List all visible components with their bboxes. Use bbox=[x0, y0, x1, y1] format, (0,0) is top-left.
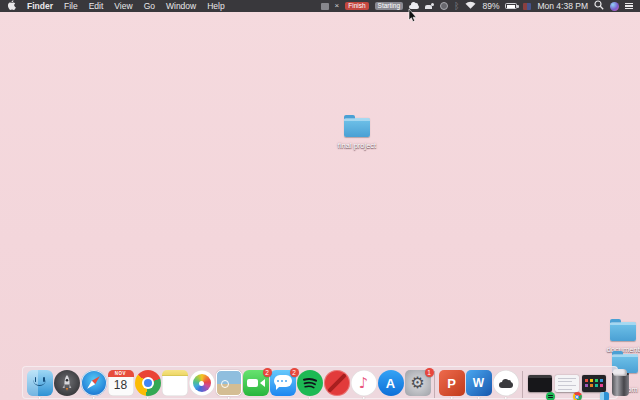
folder-label: final project bbox=[327, 141, 387, 150]
trash-full-icon bbox=[612, 373, 629, 396]
dock-facetime[interactable]: 2 bbox=[243, 369, 269, 399]
siri-icon[interactable] bbox=[610, 2, 619, 11]
facetime-badge: 2 bbox=[263, 368, 272, 377]
running-indicator bbox=[477, 397, 480, 400]
dock-safari[interactable] bbox=[81, 369, 107, 399]
apple-logo-icon bbox=[7, 0, 16, 10]
preview-icon bbox=[216, 370, 242, 396]
dock-minimized-spotify-window[interactable] bbox=[527, 369, 553, 399]
finder-icon bbox=[27, 370, 53, 396]
spotlight-icon[interactable] bbox=[594, 0, 604, 12]
folder-icon bbox=[344, 118, 370, 137]
minimized-window-thumbnail bbox=[528, 375, 552, 392]
dock-launchpad[interactable] bbox=[54, 369, 80, 399]
battery-icon[interactable] bbox=[505, 3, 517, 9]
menu-bar-status: × Finish Starting ᛒ 89% Mon 4:38 PM bbox=[321, 0, 633, 12]
calendar-month: NOV bbox=[108, 370, 134, 377]
dock-calendar[interactable]: NOV 18 bbox=[108, 369, 134, 399]
dock-music[interactable]: ♪ bbox=[351, 369, 377, 399]
minimized-window-thumbnail bbox=[555, 375, 579, 392]
clock[interactable]: Mon 4:38 PM bbox=[537, 1, 588, 11]
menu-edit[interactable]: Edit bbox=[89, 1, 104, 11]
dock-powerpoint[interactable]: P bbox=[439, 369, 465, 399]
bluetooth-icon[interactable]: ᛒ bbox=[454, 2, 459, 11]
menu-finder[interactable]: Finder bbox=[27, 1, 53, 11]
minimized-window-thumbnail bbox=[582, 375, 606, 392]
calendar-day: 18 bbox=[108, 377, 134, 394]
dock-app-store[interactable]: A bbox=[378, 369, 404, 399]
dock-word[interactable]: W bbox=[466, 369, 492, 399]
notification-center-icon[interactable] bbox=[625, 3, 633, 10]
dock-finder[interactable] bbox=[27, 369, 53, 399]
dog-app-icon[interactable] bbox=[425, 3, 434, 9]
messages-badge: 2 bbox=[290, 368, 299, 377]
running-indicator bbox=[92, 397, 95, 400]
running-indicator bbox=[308, 397, 311, 400]
timer-finish-button[interactable]: Finish bbox=[345, 2, 368, 10]
settings-badge: 1 bbox=[425, 368, 434, 377]
notes-icon bbox=[162, 370, 188, 396]
menu-view[interactable]: View bbox=[114, 1, 132, 11]
dock-notes[interactable] bbox=[162, 369, 188, 399]
dock-divider bbox=[522, 371, 523, 398]
dock-blocker[interactable] bbox=[324, 369, 350, 399]
running-indicator bbox=[450, 397, 453, 400]
folder-icon bbox=[610, 322, 636, 341]
menu-window[interactable]: Window bbox=[166, 1, 196, 11]
running-indicator bbox=[362, 397, 365, 400]
menu-file[interactable]: File bbox=[64, 1, 78, 11]
safari-icon bbox=[81, 370, 107, 396]
dock-photos[interactable] bbox=[189, 369, 215, 399]
dock-chrome[interactable] bbox=[135, 369, 161, 399]
running-indicator bbox=[227, 397, 230, 400]
calendar-icon: NOV 18 bbox=[108, 370, 134, 396]
dock-onedrive[interactable] bbox=[493, 369, 519, 399]
menu-help[interactable]: Help bbox=[207, 1, 224, 11]
desktop-folder-documents[interactable]: documents bbox=[610, 322, 636, 341]
music-icon: ♪ bbox=[351, 370, 377, 396]
input-flag-icon[interactable] bbox=[523, 3, 531, 10]
dock-preview[interactable] bbox=[216, 369, 242, 399]
app-store-icon: A bbox=[378, 370, 404, 396]
dock-spotify[interactable] bbox=[297, 369, 323, 399]
running-indicator bbox=[146, 397, 149, 400]
dock-system-preferences[interactable]: ⚙ 1 bbox=[405, 369, 431, 399]
wifi-icon[interactable] bbox=[465, 1, 476, 11]
dock-divider bbox=[434, 371, 435, 398]
word-icon: W bbox=[466, 370, 492, 396]
mouse-cursor bbox=[408, 9, 417, 27]
desktop: Finder File Edit View Go Window Help × F… bbox=[0, 0, 640, 400]
menu-bar-left: Finder File Edit View Go Window Help bbox=[7, 0, 225, 12]
menu-bar: Finder File Edit View Go Window Help × F… bbox=[0, 0, 640, 12]
circle-app-icon[interactable] bbox=[440, 2, 448, 10]
blocker-icon bbox=[324, 370, 350, 396]
battery-percent: 89% bbox=[482, 1, 499, 11]
launchpad-icon bbox=[54, 370, 80, 396]
dock-messages[interactable]: 2 bbox=[270, 369, 296, 399]
dock: NOV 18 2 2 bbox=[22, 366, 618, 399]
chrome-icon bbox=[135, 370, 161, 396]
onedrive-icon bbox=[493, 370, 519, 396]
powerpoint-icon: P bbox=[439, 370, 465, 396]
photos-icon bbox=[189, 370, 215, 396]
timer-status-badge[interactable]: Starting bbox=[375, 2, 403, 10]
dock-trash[interactable] bbox=[608, 369, 634, 399]
spotify-icon bbox=[297, 370, 323, 396]
timer-app-icon[interactable] bbox=[321, 3, 329, 10]
apple-menu-icon[interactable] bbox=[7, 0, 16, 12]
dock-minimized-chrome-window[interactable] bbox=[554, 369, 580, 399]
dock-minimized-finder-window[interactable] bbox=[581, 369, 607, 399]
running-indicator bbox=[504, 397, 507, 400]
running-indicator bbox=[38, 397, 41, 400]
menu-go[interactable]: Go bbox=[144, 1, 155, 11]
timer-close-button[interactable]: × bbox=[335, 2, 340, 10]
desktop-folder-final-project[interactable]: final project bbox=[344, 118, 370, 137]
